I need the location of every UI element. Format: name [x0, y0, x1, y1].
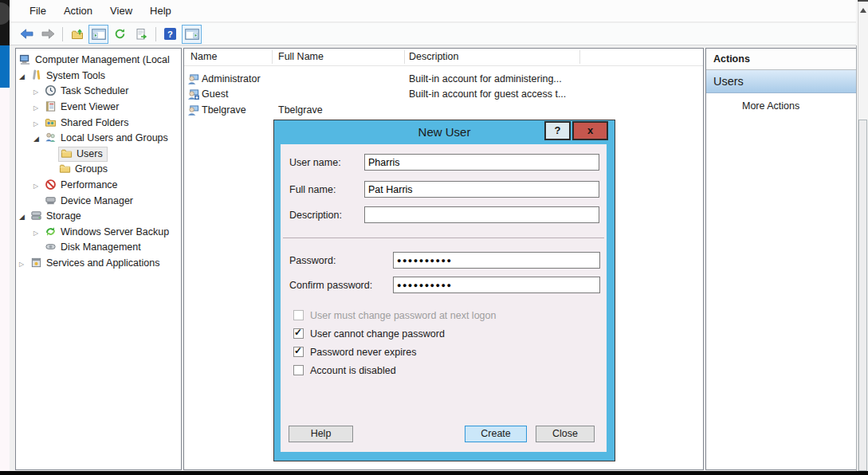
- password-label: Password:: [289, 254, 336, 267]
- tree-item-task-scheduler[interactable]: Task Scheduler: [33, 83, 128, 99]
- collapse-arrow-icon[interactable]: [19, 257, 30, 273]
- user-icon: [187, 104, 199, 116]
- menu-file[interactable]: File: [21, 0, 55, 22]
- dialog-help-button[interactable]: ?: [544, 121, 571, 140]
- dialog-close-button[interactable]: x: [572, 121, 608, 140]
- list-row-guest[interactable]: Guest Built-in account for guest access …: [184, 87, 703, 102]
- checkbox-row-account-disabled: Account is disabled: [293, 365, 396, 377]
- tree-item-label: Users: [77, 148, 103, 159]
- device-manager-icon: [45, 194, 57, 206]
- checkbox-cannot-change-password[interactable]: [293, 328, 304, 339]
- column-splitter[interactable]: [579, 50, 580, 64]
- collapse-arrow-icon[interactable]: [33, 100, 45, 116]
- action-pane-icon: [185, 29, 199, 40]
- forward-button[interactable]: [38, 25, 58, 44]
- description-label: Description:: [289, 209, 342, 222]
- scrollbar-up-arrow-icon[interactable]: [860, 5, 866, 13]
- tree-item-label: Disk Management: [61, 241, 141, 253]
- local-users-groups-icon: [45, 132, 57, 143]
- up-one-level-button[interactable]: [67, 25, 87, 44]
- user-guest-icon: [187, 88, 199, 100]
- tree-item-services-and-applications[interactable]: Services and Applications: [19, 255, 159, 271]
- tree-item-windows-server-backup[interactable]: Windows Server Backup: [33, 224, 169, 240]
- tree-item-local-users-and-groups[interactable]: Local Users and Groups: [33, 130, 168, 146]
- tree-item-system-tools[interactable]: System Tools: [19, 68, 105, 84]
- help-icon: [164, 28, 176, 40]
- column-header-description[interactable]: Description: [409, 49, 459, 65]
- collapse-arrow-icon[interactable]: [33, 179, 45, 194]
- confirm-password-field[interactable]: [393, 277, 600, 293]
- password-field[interactable]: [393, 252, 600, 269]
- menu-view[interactable]: View: [101, 0, 141, 22]
- export-list-button[interactable]: [132, 25, 151, 44]
- shared-folders-icon: [45, 116, 57, 128]
- list-header: Name Full Name Description: [184, 49, 703, 66]
- list-row-administrator[interactable]: Administrator Built-in account for admin…: [184, 72, 703, 87]
- export-list-icon: [136, 28, 148, 41]
- window-right-border: [856, 45, 857, 471]
- computer-management-screenshot: File Action View Help Computer Managemen…: [0, 0, 868, 475]
- tree-item-groups[interactable]: Groups: [48, 161, 108, 177]
- more-actions-menu[interactable]: More Actions: [742, 98, 799, 114]
- checkbox-row-cannot-change-password: User cannot change password: [293, 328, 445, 340]
- server-backup-icon: [45, 226, 57, 238]
- description-field[interactable]: [364, 206, 599, 223]
- list-row-tbelgrave[interactable]: Tbelgrave Tbelgrave: [184, 103, 703, 118]
- expand-arrow-icon[interactable]: [33, 131, 45, 147]
- tree-item-device-manager[interactable]: Device Manager: [33, 193, 133, 209]
- checkbox-label: User cannot change password: [310, 328, 445, 340]
- expand-arrow-icon[interactable]: [19, 69, 30, 85]
- tree-item-storage[interactable]: Storage: [19, 208, 81, 224]
- folder-up-icon: [71, 28, 84, 41]
- cell-description: Built-in account for administering...: [409, 72, 562, 87]
- checkbox-row-password-never-expires: Password never expires: [293, 347, 416, 359]
- show-console-tree-button[interactable]: [88, 25, 108, 44]
- system-tools-icon: [30, 69, 42, 81]
- tree-item-label: Computer Management (Local: [35, 54, 170, 65]
- cell-name: Administrator: [202, 72, 261, 87]
- full-name-field[interactable]: [364, 181, 599, 198]
- column-header-name[interactable]: Name: [190, 49, 217, 65]
- tree-item-label: Device Manager: [61, 195, 133, 206]
- help-button[interactable]: [160, 25, 180, 44]
- checkbox-account-disabled[interactable]: [293, 365, 304, 375]
- checkbox-label: Account is disabled: [310, 365, 396, 376]
- toolbar-separator: [62, 27, 63, 41]
- help-button[interactable]: Help: [289, 426, 353, 442]
- refresh-button[interactable]: [110, 25, 130, 44]
- scrollbar-thumb[interactable]: [858, 120, 867, 471]
- tree-item-label: Shared Folders: [61, 117, 128, 128]
- tree-item-event-viewer[interactable]: Event Viewer: [33, 99, 119, 115]
- folder-icon: [61, 147, 73, 159]
- show-action-pane-button[interactable]: [182, 25, 202, 44]
- tree-item-label: Groups: [75, 163, 108, 175]
- checkbox-password-never-expires[interactable]: [293, 347, 304, 357]
- menu-help[interactable]: Help: [141, 0, 180, 22]
- actions-group-users[interactable]: Users: [706, 70, 856, 93]
- computer-icon: [19, 53, 31, 65]
- menu-action[interactable]: Action: [55, 0, 101, 22]
- tree-item-users[interactable]: Users: [48, 146, 107, 162]
- desktop-edge-blue: [0, 45, 10, 88]
- column-header-full-name[interactable]: Full Name: [278, 49, 324, 65]
- checkbox-must-change-password[interactable]: [293, 310, 304, 320]
- column-splitter[interactable]: [272, 50, 273, 64]
- collapse-arrow-icon[interactable]: [33, 84, 45, 100]
- expand-arrow-icon[interactable]: [19, 209, 30, 226]
- checkbox-label: Password never expires: [310, 347, 416, 358]
- back-button[interactable]: [17, 25, 37, 44]
- column-splitter[interactable]: [404, 50, 405, 64]
- create-button[interactable]: Create: [465, 426, 527, 442]
- full-name-label: Full name:: [289, 183, 336, 196]
- close-button[interactable]: Close: [536, 426, 595, 442]
- tree-item-shared-folders[interactable]: Shared Folders: [33, 115, 128, 131]
- tree-item-computer-management[interactable]: Computer Management (Local: [19, 52, 170, 68]
- user-name-field[interactable]: [364, 154, 599, 171]
- back-arrow-icon: [19, 28, 34, 40]
- console-tree-icon: [92, 29, 106, 40]
- tree-item-disk-management[interactable]: Disk Management: [33, 239, 141, 255]
- user-icon: [187, 73, 199, 85]
- event-viewer-icon: [45, 100, 57, 112]
- tree-item-performance[interactable]: Performance: [33, 177, 118, 193]
- performance-icon: [45, 179, 57, 190]
